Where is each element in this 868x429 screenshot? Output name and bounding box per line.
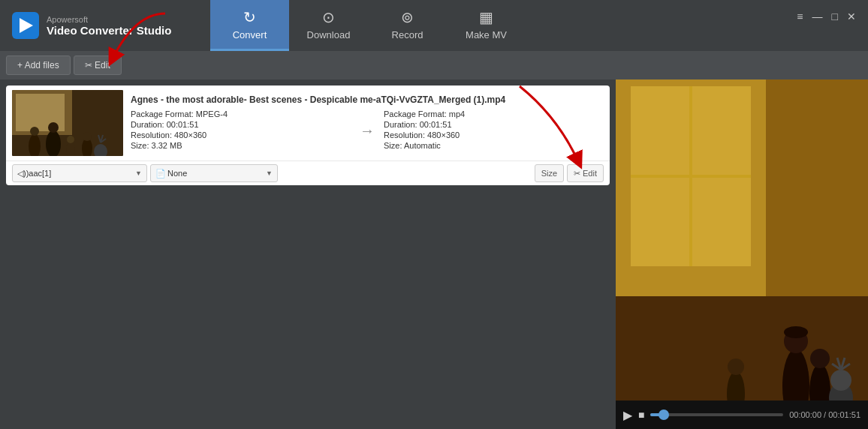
file-card-bottom: ◁))aac[1] ▼ 📄 None ▼ Size xyxy=(6,161,610,185)
video-preview xyxy=(616,80,868,400)
video-controls: ▶ ■ 00:00:00 / 00:01:51 xyxy=(616,400,868,429)
tab-download-label: Download xyxy=(307,29,351,40)
add-files-button[interactable]: + Add files xyxy=(6,56,71,75)
audio-chevron-icon: ▼ xyxy=(135,170,142,177)
meta-dest: Package Format: mp4 Duration: 00:01:51 R… xyxy=(384,110,604,152)
source-format: Package Format: MPEG-4 xyxy=(131,110,351,118)
file-card: Agnes - the most adorable- Best scenes -… xyxy=(6,86,610,185)
scissors-icon: ✂ xyxy=(574,169,580,178)
tab-record-label: Record xyxy=(392,29,423,40)
tab-convert-label: Convert xyxy=(233,29,267,40)
play-button[interactable]: ▶ xyxy=(623,408,632,422)
svg-point-29 xyxy=(810,349,830,368)
nav-tabs: ↻ Convert ⊙ Download ⊚ Record ▦ Make MV xyxy=(210,0,868,51)
file-meta-row: Package Format: MPEG-4 Duration: 00:01:5… xyxy=(131,110,604,152)
dest-format: Package Format: mp4 xyxy=(384,110,604,118)
record-icon: ⊚ xyxy=(401,8,414,26)
tab-make-mv[interactable]: ▦ Make MV xyxy=(447,0,526,51)
app-title: Video Converter Studio xyxy=(47,24,171,37)
window-controls: ≡ — □ ✕ xyxy=(797,10,856,22)
tab-record[interactable]: ⊚ Record xyxy=(368,0,447,51)
svg-point-11 xyxy=(67,136,74,143)
edit-button-card[interactable]: ✂ Edit xyxy=(567,164,604,182)
subtitle-icon: 📄 xyxy=(155,169,166,178)
svg-point-13 xyxy=(83,132,92,141)
make-mv-icon: ▦ xyxy=(479,8,493,26)
toolbar: + Add files ✂ Edit xyxy=(0,51,868,80)
svg-point-37 xyxy=(728,358,744,375)
svg-point-9 xyxy=(48,122,59,133)
svg-point-27 xyxy=(784,326,808,338)
source-duration: Duration: 00:01:51 xyxy=(131,120,351,129)
edit-label: ✂ Edit xyxy=(85,60,110,70)
subtitle-chevron-icon: ▼ xyxy=(266,170,273,177)
meta-source: Package Format: MPEG-4 Duration: 00:01:5… xyxy=(131,110,351,152)
right-panel: ▶ ■ 00:00:00 / 00:01:51 xyxy=(616,80,868,429)
file-thumbnail xyxy=(12,90,123,156)
progress-dot xyxy=(659,410,669,420)
size-label: Size xyxy=(541,169,557,178)
edit-btn-label: Edit xyxy=(583,169,597,178)
download-icon: ⊙ xyxy=(322,8,335,26)
audio-dropdown[interactable]: ◁))aac[1] ▼ xyxy=(12,164,147,182)
convert-icon: ↻ xyxy=(243,8,256,26)
meta-arrow: → xyxy=(351,110,384,152)
minimize-button[interactable]: — xyxy=(812,10,823,22)
time-display: 00:00:00 / 00:01:51 xyxy=(789,410,860,419)
file-info: Agnes - the most adorable- Best scenes -… xyxy=(131,94,604,152)
source-resolution: Resolution: 480×360 xyxy=(131,130,351,140)
app-logo-area: Apowersoft Video Converter Studio xyxy=(0,12,210,39)
svg-point-7 xyxy=(30,127,39,136)
file-card-top: Agnes - the most adorable- Best scenes -… xyxy=(6,86,610,161)
subtitle-value: None xyxy=(167,169,187,178)
thumb-art xyxy=(12,90,123,156)
source-size: Size: 3.32 MB xyxy=(131,141,351,150)
subtitle-dropdown[interactable]: 📄 None ▼ xyxy=(150,164,278,182)
tab-convert[interactable]: ↻ Convert xyxy=(210,0,289,51)
left-panel: Agnes - the most adorable- Best scenes -… xyxy=(0,80,616,429)
thumb-scene xyxy=(12,90,123,156)
maximize-button[interactable]: □ xyxy=(832,10,838,22)
file-title: Agnes - the most adorable- Best scenes -… xyxy=(131,94,604,105)
audio-value: ◁))aac[1] xyxy=(17,169,51,178)
add-files-label: + Add files xyxy=(17,60,59,70)
stop-button[interactable]: ■ xyxy=(638,409,644,421)
size-button[interactable]: Size xyxy=(535,164,564,182)
menu-icon[interactable]: ≡ xyxy=(797,10,803,22)
video-art xyxy=(616,80,868,400)
app-brand: Apowersoft xyxy=(47,15,171,24)
close-button[interactable]: ✕ xyxy=(847,10,856,22)
tab-download[interactable]: ⊙ Download xyxy=(289,0,368,51)
edit-button-toolbar[interactable]: ✂ Edit xyxy=(74,56,122,75)
dest-resolution: Resolution: 480×360 xyxy=(384,130,604,140)
tab-make-mv-label: Make MV xyxy=(466,29,507,40)
video-scene xyxy=(616,80,868,400)
dest-duration: Duration: 00:01:51 xyxy=(384,120,604,129)
main-content: Agnes - the most adorable- Best scenes -… xyxy=(0,80,868,429)
app-icon xyxy=(12,12,39,39)
dest-size: Size: Automatic xyxy=(384,141,604,150)
svg-point-31 xyxy=(830,370,851,391)
progress-bar[interactable] xyxy=(650,413,783,416)
